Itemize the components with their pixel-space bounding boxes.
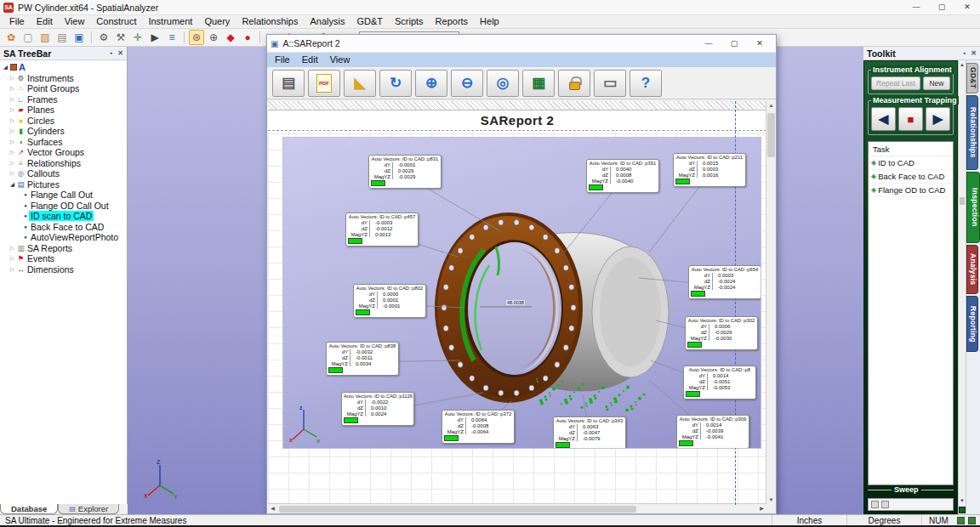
dock-tab-explorer[interactable]: ▤Explorer xyxy=(58,504,119,514)
expand-icon[interactable]: ▷ xyxy=(9,117,16,124)
dock-tab-database[interactable]: Database xyxy=(0,504,58,514)
menu-help[interactable]: Help xyxy=(474,15,505,28)
callout-p831[interactable]: Auto Vectors: ID to CAD::p831dY-0.0001dZ… xyxy=(368,155,442,189)
previous-task-button[interactable]: ◀ xyxy=(871,107,896,131)
tree-item-planes[interactable]: ▷▰Planes xyxy=(9,105,127,116)
callout-p654[interactable]: Auto Vectors: ID to CAD::p654dY0.0003dZ-… xyxy=(688,265,761,299)
tree-item-sa-reports[interactable]: ▷▥SA Reports xyxy=(9,243,127,254)
caption-box-button[interactable]: ▭ xyxy=(594,70,626,97)
callout-p457[interactable]: Auto Vectors: ID to CAD::p457dY-0.0003dZ… xyxy=(345,212,419,246)
side-tab-inspection[interactable]: Inspection xyxy=(966,172,980,243)
callout-p838[interactable]: Auto Vectors: ID to CAD::p838dY-0.0032dZ… xyxy=(326,342,399,376)
relationship-tree-button[interactable]: ≡ xyxy=(164,30,179,45)
pin-icon[interactable]: ▪ xyxy=(110,49,112,57)
expand-icon[interactable]: ▷ xyxy=(9,160,16,167)
run-measurement-button[interactable]: ▶ xyxy=(147,30,162,45)
tree-item-frames[interactable]: ▷∟Frames xyxy=(9,94,127,105)
pdf-export-button[interactable]: PDF xyxy=(308,70,340,97)
scroll-thumb[interactable] xyxy=(960,197,965,205)
print-button[interactable]: ▤ xyxy=(272,70,305,97)
tree-root-item[interactable]: ◢A xyxy=(2,62,127,73)
menu-construct[interactable]: Construct xyxy=(90,15,142,28)
tree-item-surfaces[interactable]: ▷◗Surfaces xyxy=(9,137,127,148)
menu-query[interactable]: Query xyxy=(198,15,236,28)
scroll-down-icon[interactable]: ▼ xyxy=(958,496,967,506)
point-cloud-button[interactable]: ● xyxy=(240,30,255,45)
tool-button[interactable] xyxy=(881,501,889,508)
expand-icon[interactable]: ▷ xyxy=(9,139,16,145)
tree-item-circles[interactable]: ▷●Circles xyxy=(9,116,127,127)
tree-item-flange-call-out[interactable]: ●Flange Call Out xyxy=(22,190,127,201)
menu-scripts[interactable]: Scripts xyxy=(389,15,430,28)
menu-instrument[interactable]: Instrument xyxy=(142,15,198,28)
add-instrument-button[interactable]: ✛ xyxy=(130,30,145,45)
pin-icon[interactable]: ▪ xyxy=(963,49,966,57)
expand-icon[interactable]: ▷ xyxy=(9,170,16,177)
menu-analysis[interactable]: Analysis xyxy=(304,15,350,28)
help-button[interactable]: ? xyxy=(630,70,662,97)
excel-export-button[interactable]: ▦ xyxy=(522,70,555,97)
maximize-button[interactable]: ▢ xyxy=(929,0,954,14)
menu-file[interactable]: File xyxy=(269,54,296,66)
report-horizontal-scrollbar[interactable]: ◀ ▶ xyxy=(268,503,766,513)
scroll-thumb[interactable] xyxy=(767,113,775,157)
callout-p8[interactable]: Auto Vectors: ID to CAD::p8dY0.0014dZ-0.… xyxy=(683,366,756,400)
minimize-button[interactable]: — xyxy=(903,0,929,14)
close-icon[interactable]: ✕ xyxy=(971,49,977,57)
callout-p391[interactable]: Auto Vectors: ID to CAD::p391dY0.0040dZ0… xyxy=(586,159,659,193)
menu-relationships[interactable]: Relationships xyxy=(236,15,304,28)
repeat-last-button[interactable]: Repeat Last xyxy=(871,76,920,90)
settings-button[interactable]: ⚙ xyxy=(96,30,111,45)
tree-item-instruments[interactable]: ▷⚙Instruments xyxy=(9,73,127,84)
side-tab-reporting[interactable]: Reporting xyxy=(966,296,978,352)
scroll-thumb[interactable] xyxy=(279,506,636,513)
scroll-down-icon[interactable]: ▼ xyxy=(766,496,776,505)
callout-p802[interactable]: Auto Vectors: ID to CAD::p802dY0.0000dZ0… xyxy=(353,284,426,318)
zoom-out-button[interactable]: ⊖ xyxy=(451,70,483,97)
callout-p309[interactable]: Auto Vectors: ID to CAD::p309dY0.0014dZ-… xyxy=(676,415,749,449)
side-tab-gd-t[interactable]: GD&T xyxy=(966,63,978,94)
watch-window-button[interactable]: ⊛ xyxy=(189,30,204,45)
side-tab-analysis[interactable]: Analysis xyxy=(966,245,978,294)
zoom-region-button[interactable]: ◎ xyxy=(487,70,519,97)
expand-icon[interactable]: ▷ xyxy=(9,128,16,134)
menu-file[interactable]: File xyxy=(3,15,31,28)
construct-tools-button[interactable]: ⚒ xyxy=(113,30,128,45)
task-item-id-to-cad[interactable]: ◈ID to CAD xyxy=(869,156,953,170)
report-page[interactable]: SAReport 2 xyxy=(268,101,766,505)
menu-gd-t[interactable]: GD&T xyxy=(350,15,389,28)
expand-icon[interactable]: ▷ xyxy=(9,255,16,262)
callout-p211[interactable]: Auto Vectors: ID to CAD::p211dY0.0015dZ0… xyxy=(673,153,746,187)
tree-item-vector-groups[interactable]: ▷↗Vector Groups xyxy=(9,147,127,158)
close-button[interactable]: ✕ xyxy=(954,0,980,14)
scroll-left-icon[interactable]: ◀ xyxy=(268,504,277,513)
report-close-button[interactable]: ✕ xyxy=(747,37,772,51)
next-task-button[interactable]: ▶ xyxy=(926,107,950,131)
expand-icon[interactable]: ▷ xyxy=(9,85,16,92)
expand-icon[interactable]: ▷ xyxy=(9,149,16,156)
report-maximize-button[interactable]: ▢ xyxy=(721,37,747,51)
ruler-button[interactable]: ◣ xyxy=(344,70,376,97)
new-file-button[interactable]: ▢ xyxy=(20,30,36,45)
tree-item-autoviewreportphoto[interactable]: ●AutoViewReportPhoto xyxy=(22,232,127,243)
tree-item-relationships[interactable]: ▷≡Relationships xyxy=(9,158,127,169)
task-item-flange-od-to-cad[interactable]: ◈Flange OD to CAD xyxy=(869,184,953,197)
frame-wizard-button[interactable]: ⊕ xyxy=(206,30,221,45)
stop-trapping-button[interactable]: ■ xyxy=(898,107,923,131)
scroll-up-icon[interactable]: ▲ xyxy=(766,101,776,110)
tool-button[interactable] xyxy=(871,501,879,508)
expand-icon[interactable]: ▷ xyxy=(9,106,16,113)
expand-icon[interactable]: ▷ xyxy=(9,266,16,273)
menu-view[interactable]: View xyxy=(59,15,91,28)
toolkit-scrollbar[interactable]: ▲ ▼ xyxy=(958,60,966,514)
close-icon[interactable]: ✕ xyxy=(117,49,123,57)
task-item-back-face-to-cad[interactable]: ◈Back Face to CAD xyxy=(869,170,953,184)
menu-edit[interactable]: Edit xyxy=(31,15,59,28)
callout-p1126[interactable]: Auto Vectors: ID to CAD::p1126dY-0.0022d… xyxy=(341,392,414,426)
tree-item-cylinders[interactable]: ▷▮Cylinders xyxy=(9,126,127,137)
expand-icon[interactable]: ▷ xyxy=(9,96,16,103)
tree-item-pictures[interactable]: ◢▤Pictures xyxy=(9,179,127,190)
tree-item-flange-od-call-out[interactable]: ●Flange OD Call Out xyxy=(22,201,127,212)
expand-icon[interactable]: ◢ xyxy=(2,64,9,71)
vector-group-button[interactable]: ◆ xyxy=(223,30,238,45)
